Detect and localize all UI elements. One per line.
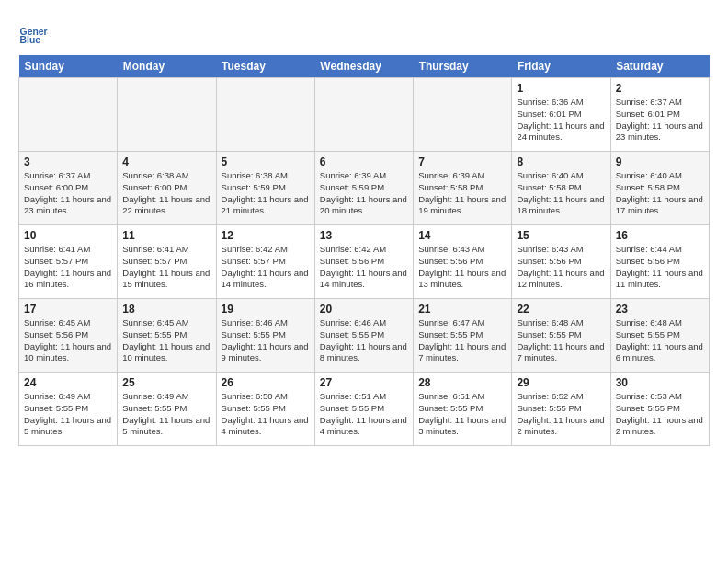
- day-info: Sunrise: 6:51 AMSunset: 5:55 PMDaylight:…: [418, 391, 506, 438]
- calendar-cell: 25Sunrise: 6:49 AMSunset: 5:55 PMDayligh…: [118, 373, 216, 446]
- calendar-week-row: 10Sunrise: 6:41 AMSunset: 5:57 PMDayligh…: [19, 225, 710, 299]
- calendar-cell: 7Sunrise: 6:39 AMSunset: 5:58 PMDaylight…: [414, 152, 512, 225]
- day-number: 7: [418, 155, 506, 168]
- day-number: 28: [418, 376, 506, 389]
- calendar-cell: 9Sunrise: 6:40 AMSunset: 5:58 PMDaylight…: [610, 152, 709, 225]
- day-number: 26: [222, 376, 310, 389]
- calendar-cell: 5Sunrise: 6:38 AMSunset: 5:59 PMDaylight…: [216, 152, 314, 225]
- day-number: 8: [517, 155, 605, 168]
- day-number: 12: [222, 229, 310, 242]
- calendar-week-row: 24Sunrise: 6:49 AMSunset: 5:55 PMDayligh…: [19, 373, 710, 446]
- day-info: Sunrise: 6:40 AMSunset: 5:58 PMDaylight:…: [517, 170, 605, 217]
- day-number: 27: [320, 376, 408, 389]
- day-number: 21: [418, 303, 506, 316]
- day-info: Sunrise: 6:49 AMSunset: 5:55 PMDaylight:…: [122, 391, 210, 438]
- calendar-cell: 16Sunrise: 6:44 AMSunset: 5:56 PMDayligh…: [610, 225, 709, 299]
- calendar-day-header: Wednesday: [314, 55, 413, 78]
- day-info: Sunrise: 6:45 AMSunset: 5:56 PMDaylight:…: [24, 317, 112, 364]
- calendar-day-header: Sunday: [19, 55, 118, 78]
- day-info: Sunrise: 6:46 AMSunset: 5:55 PMDaylight:…: [320, 317, 408, 364]
- day-info: Sunrise: 6:48 AMSunset: 5:55 PMDaylight:…: [616, 317, 704, 364]
- calendar-cell: 24Sunrise: 6:49 AMSunset: 5:55 PMDayligh…: [19, 373, 118, 446]
- day-info: Sunrise: 6:49 AMSunset: 5:55 PMDaylight:…: [24, 391, 112, 438]
- day-number: 20: [320, 303, 408, 316]
- day-info: Sunrise: 6:50 AMSunset: 5:55 PMDaylight:…: [222, 391, 310, 438]
- day-info: Sunrise: 6:38 AMSunset: 6:00 PMDaylight:…: [122, 170, 210, 217]
- day-number: 30: [616, 376, 704, 389]
- day-info: Sunrise: 6:53 AMSunset: 5:55 PMDaylight:…: [616, 391, 704, 438]
- calendar-cell: 12Sunrise: 6:42 AMSunset: 5:57 PMDayligh…: [216, 225, 314, 299]
- calendar-cell: 29Sunrise: 6:52 AMSunset: 5:55 PMDayligh…: [512, 373, 610, 446]
- page-header: General Blue: [18, 18, 710, 48]
- calendar-cell: 21Sunrise: 6:47 AMSunset: 5:55 PMDayligh…: [414, 299, 512, 373]
- svg-text:Blue: Blue: [20, 35, 41, 45]
- calendar-cell: 10Sunrise: 6:41 AMSunset: 5:57 PMDayligh…: [19, 225, 118, 299]
- day-info: Sunrise: 6:39 AMSunset: 5:59 PMDaylight:…: [320, 170, 408, 217]
- calendar-cell: 18Sunrise: 6:45 AMSunset: 5:55 PMDayligh…: [118, 299, 216, 373]
- calendar-cell: 15Sunrise: 6:43 AMSunset: 5:56 PMDayligh…: [512, 225, 610, 299]
- day-number: 3: [24, 155, 112, 168]
- day-number: 24: [24, 376, 112, 389]
- day-info: Sunrise: 6:37 AMSunset: 6:01 PMDaylight:…: [616, 97, 704, 144]
- calendar-day-header: Saturday: [610, 55, 709, 78]
- day-info: Sunrise: 6:51 AMSunset: 5:55 PMDaylight:…: [320, 391, 408, 438]
- day-number: 4: [122, 155, 210, 168]
- day-number: 22: [517, 303, 605, 316]
- calendar-cell: 13Sunrise: 6:42 AMSunset: 5:56 PMDayligh…: [314, 225, 413, 299]
- calendar-cell: 3Sunrise: 6:37 AMSunset: 6:00 PMDaylight…: [19, 152, 118, 225]
- calendar-week-row: 3Sunrise: 6:37 AMSunset: 6:00 PMDaylight…: [19, 152, 710, 225]
- calendar-cell: [19, 78, 118, 152]
- calendar-cell: 23Sunrise: 6:48 AMSunset: 5:55 PMDayligh…: [610, 299, 709, 373]
- day-info: Sunrise: 6:44 AMSunset: 5:56 PMDaylight:…: [616, 244, 704, 291]
- calendar-cell: [118, 78, 216, 152]
- day-number: 1: [517, 82, 605, 95]
- day-info: Sunrise: 6:42 AMSunset: 5:56 PMDaylight:…: [320, 244, 408, 291]
- calendar-cell: 11Sunrise: 6:41 AMSunset: 5:57 PMDayligh…: [118, 225, 216, 299]
- calendar-cell: 1Sunrise: 6:36 AMSunset: 6:01 PMDaylight…: [512, 78, 610, 152]
- day-info: Sunrise: 6:41 AMSunset: 5:57 PMDaylight:…: [24, 244, 112, 291]
- calendar-header-row: SundayMondayTuesdayWednesdayThursdayFrid…: [19, 55, 710, 78]
- day-info: Sunrise: 6:38 AMSunset: 5:59 PMDaylight:…: [222, 170, 310, 217]
- day-number: 2: [616, 82, 704, 95]
- calendar-day-header: Friday: [512, 55, 610, 78]
- calendar-day-header: Thursday: [414, 55, 512, 78]
- calendar-cell: 8Sunrise: 6:40 AMSunset: 5:58 PMDaylight…: [512, 152, 610, 225]
- calendar-cell: 20Sunrise: 6:46 AMSunset: 5:55 PMDayligh…: [314, 299, 413, 373]
- calendar-cell: 6Sunrise: 6:39 AMSunset: 5:59 PMDaylight…: [314, 152, 413, 225]
- calendar-cell: [216, 78, 314, 152]
- day-number: 17: [24, 303, 112, 316]
- day-number: 19: [222, 303, 310, 316]
- calendar-cell: 14Sunrise: 6:43 AMSunset: 5:56 PMDayligh…: [414, 225, 512, 299]
- calendar-cell: [314, 78, 413, 152]
- day-info: Sunrise: 6:36 AMSunset: 6:01 PMDaylight:…: [517, 97, 605, 144]
- day-number: 25: [122, 376, 210, 389]
- calendar-cell: 26Sunrise: 6:50 AMSunset: 5:55 PMDayligh…: [216, 373, 314, 446]
- day-number: 18: [122, 303, 210, 316]
- day-info: Sunrise: 6:39 AMSunset: 5:58 PMDaylight:…: [418, 170, 506, 217]
- calendar-week-row: 1Sunrise: 6:36 AMSunset: 6:01 PMDaylight…: [19, 78, 710, 152]
- calendar-day-header: Tuesday: [216, 55, 314, 78]
- calendar-cell: 4Sunrise: 6:38 AMSunset: 6:00 PMDaylight…: [118, 152, 216, 225]
- calendar-cell: 22Sunrise: 6:48 AMSunset: 5:55 PMDayligh…: [512, 299, 610, 373]
- day-number: 5: [222, 155, 310, 168]
- day-info: Sunrise: 6:41 AMSunset: 5:57 PMDaylight:…: [122, 244, 210, 291]
- logo-icon: General Blue: [18, 18, 48, 48]
- day-number: 10: [24, 229, 112, 242]
- calendar-day-header: Monday: [118, 55, 216, 78]
- calendar-cell: 28Sunrise: 6:51 AMSunset: 5:55 PMDayligh…: [414, 373, 512, 446]
- day-number: 15: [517, 229, 605, 242]
- day-info: Sunrise: 6:45 AMSunset: 5:55 PMDaylight:…: [122, 317, 210, 364]
- day-number: 29: [517, 376, 605, 389]
- calendar-cell: 30Sunrise: 6:53 AMSunset: 5:55 PMDayligh…: [610, 373, 709, 446]
- day-number: 16: [616, 229, 704, 242]
- logo: General Blue: [18, 18, 51, 48]
- day-info: Sunrise: 6:43 AMSunset: 5:56 PMDaylight:…: [418, 244, 506, 291]
- calendar-cell: 27Sunrise: 6:51 AMSunset: 5:55 PMDayligh…: [314, 373, 413, 446]
- day-info: Sunrise: 6:48 AMSunset: 5:55 PMDaylight:…: [517, 317, 605, 364]
- calendar-cell: [414, 78, 512, 152]
- day-info: Sunrise: 6:47 AMSunset: 5:55 PMDaylight:…: [418, 317, 506, 364]
- day-number: 14: [418, 229, 506, 242]
- calendar-cell: 17Sunrise: 6:45 AMSunset: 5:56 PMDayligh…: [19, 299, 118, 373]
- day-number: 6: [320, 155, 408, 168]
- day-number: 11: [122, 229, 210, 242]
